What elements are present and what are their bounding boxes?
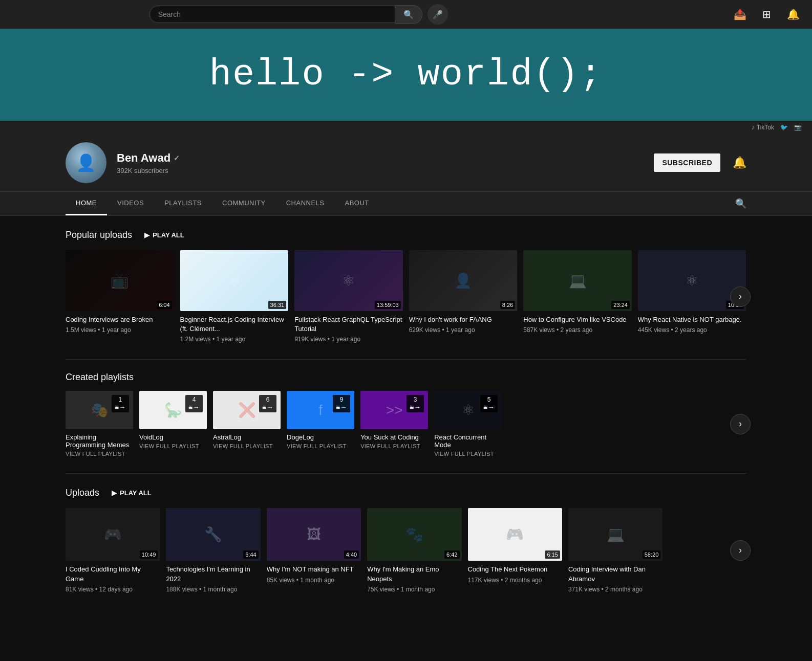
video-meta: 81K views • 12 days ago bbox=[66, 586, 160, 593]
playlist-name: DogeLog bbox=[287, 433, 354, 441]
channel-info: 👤 Ben Awad ✓ 392K subscribers SUBSCRIBED… bbox=[0, 134, 812, 192]
tab-community[interactable]: COMMUNITY bbox=[212, 192, 276, 215]
playlist-name: React Concurrent Mode bbox=[434, 433, 502, 449]
playlist-scroll-right[interactable]: › bbox=[730, 414, 751, 434]
playlist-info: Explaining Programming Memes VIEW FULL P… bbox=[66, 433, 133, 457]
uploads-scroll-right[interactable]: › bbox=[730, 540, 751, 561]
uploads-header: Uploads ▶ PLAY ALL bbox=[66, 486, 746, 500]
playlist-card[interactable]: ❌ 6 ≡→ AstralLog VIEW FULL PLAYLIST bbox=[213, 391, 281, 456]
video-meta: 1.2M views • 1 year ago bbox=[180, 336, 289, 343]
instagram-link[interactable]: 📷 bbox=[794, 124, 802, 131]
social-bar: ♪ TikTok 🐦 📷 bbox=[0, 121, 812, 134]
uploads-title: Uploads bbox=[66, 488, 99, 498]
popular-video-card[interactable]: ⚛ 13:59:03 Fullstack React GraphQL TypeS… bbox=[294, 250, 403, 343]
upload-video-card[interactable]: 🖼 4:40 Why I'm NOT making an NFT 85K vie… bbox=[267, 508, 361, 593]
video-info: I Coded Cuddling Into My Game 81K views … bbox=[66, 565, 160, 592]
upload-button[interactable]: 📤 bbox=[730, 4, 751, 25]
tab-channels[interactable]: CHANNELS bbox=[276, 192, 335, 215]
video-meta: 587K views • 2 years ago bbox=[523, 326, 632, 334]
view-playlist-link[interactable]: VIEW FULL PLAYLIST bbox=[213, 443, 281, 449]
queue-icon: ≡→ bbox=[188, 403, 200, 411]
tab-videos[interactable]: VIDEOS bbox=[107, 192, 154, 215]
video-meta: 371K views • 2 months ago bbox=[568, 586, 663, 593]
nav-actions: 📤 ⊞ 🔔 bbox=[730, 4, 804, 25]
channel-name: Ben Awad ✓ bbox=[117, 151, 644, 165]
playlist-card[interactable]: >> 3 ≡→ You Suck at Coding VIEW FULL PLA… bbox=[360, 391, 428, 456]
tab-playlists[interactable]: PLAYLISTS bbox=[154, 192, 212, 215]
playlists-header: Created playlists bbox=[66, 372, 746, 383]
tiktok-link[interactable]: ♪ TikTok bbox=[752, 124, 774, 131]
tab-search-icon[interactable]: 🔍 bbox=[735, 192, 746, 215]
playlist-count: 5 ≡→ bbox=[480, 395, 498, 412]
upload-video-card[interactable]: 🔧 6:44 Technologies I'm Learning in 2022… bbox=[166, 508, 260, 593]
upload-video-card[interactable]: 🐾 6:42 Why I'm Making an Emo Neopets 75K… bbox=[367, 508, 461, 593]
playlist-card[interactable]: ⚛ 5 ≡→ React Concurrent Mode VIEW FULL P… bbox=[434, 391, 502, 456]
top-navigation: 🔍 🎤 📤 ⊞ 🔔 bbox=[0, 0, 812, 29]
search-input[interactable] bbox=[149, 6, 395, 23]
popular-video-card[interactable]: 📺 6:04 Coding Interviews are Broken 1.5M… bbox=[66, 250, 174, 343]
uploads-play-all-button[interactable]: ▶ PLAY ALL bbox=[105, 486, 158, 500]
popular-video-card[interactable]: 👤 8:26 Why I don't work for FAANG 629K v… bbox=[409, 250, 518, 343]
video-info: Technologies I'm Learning in 2022 188K v… bbox=[166, 565, 260, 592]
video-info: Coding Interviews are Broken 1.5M views … bbox=[66, 315, 174, 334]
video-meta: 919K views • 1 year ago bbox=[294, 336, 403, 343]
video-title: Coding Interview with Dan Abramov bbox=[568, 565, 663, 583]
view-playlist-link[interactable]: VIEW FULL PLAYLIST bbox=[434, 451, 502, 457]
view-playlist-link[interactable]: VIEW FULL PLAYLIST bbox=[66, 451, 133, 457]
video-title: Why I'm NOT making an NFT bbox=[267, 565, 361, 574]
uploads-video-grid: 🎮 10:49 I Coded Cuddling Into My Game 81… bbox=[66, 508, 663, 593]
upload-video-card[interactable]: 🎮 10:49 I Coded Cuddling Into My Game 81… bbox=[66, 508, 160, 593]
playlist-info: VoidLog VIEW FULL PLAYLIST bbox=[139, 433, 207, 449]
main-content: Popular uploads ▶ PLAY ALL 📺 6:04 Coding… bbox=[0, 216, 812, 622]
playlist-card[interactable]: f 9 ≡→ DogeLog VIEW FULL PLAYLIST bbox=[287, 391, 354, 456]
tab-about[interactable]: ABOUT bbox=[335, 192, 379, 215]
playlist-card[interactable]: 🦕 4 ≡→ VoidLog VIEW FULL PLAYLIST bbox=[139, 391, 207, 456]
apps-button[interactable]: ⊞ bbox=[757, 4, 777, 25]
video-title: Coding The Next Pokemon bbox=[468, 565, 562, 574]
subscribe-button[interactable]: SUBSCRIBED bbox=[654, 153, 720, 172]
view-playlist-link[interactable]: VIEW FULL PLAYLIST bbox=[360, 443, 428, 449]
popular-play-all-button[interactable]: ▶ PLAY ALL bbox=[138, 228, 190, 242]
playlists-title: Created playlists bbox=[66, 372, 134, 383]
popular-uploads-title: Popular uploads bbox=[66, 230, 132, 240]
playlist-count: 9 ≡→ bbox=[333, 395, 350, 412]
video-meta: 85K views • 1 month ago bbox=[267, 577, 361, 584]
popular-video-grid: 📺 6:04 Coding Interviews are Broken 1.5M… bbox=[66, 250, 746, 343]
popular-scroll-right[interactable]: › bbox=[730, 287, 751, 307]
search-button[interactable]: 🔍 bbox=[395, 5, 422, 24]
popular-video-card[interactable]: ⚛ 36:31 Beginner React.js Coding Intervi… bbox=[180, 250, 289, 343]
playlist-count: 6 ≡→ bbox=[259, 395, 276, 412]
video-info: How to Configure Vim like VSCode 587K vi… bbox=[523, 315, 632, 334]
popular-video-card[interactable]: 💻 23:24 How to Configure Vim like VSCode… bbox=[523, 250, 632, 343]
view-playlist-link[interactable]: VIEW FULL PLAYLIST bbox=[287, 443, 354, 449]
instagram-icon: 📷 bbox=[794, 124, 802, 131]
playlist-grid: 🎭 1 ≡→ Explaining Programming Memes VIEW… bbox=[66, 391, 502, 456]
upload-video-card[interactable]: 🎮 6:15 Coding The Next Pokemon 117K view… bbox=[468, 508, 562, 593]
popular-uploads-row: 📺 6:04 Coding Interviews are Broken 1.5M… bbox=[66, 250, 746, 343]
play-icon-2: ▶ bbox=[112, 489, 117, 497]
playlist-info: AstralLog VIEW FULL PLAYLIST bbox=[213, 433, 281, 449]
video-title: Why React Native is NOT garbage. bbox=[638, 315, 746, 324]
video-meta: 75K views • 1 month ago bbox=[367, 586, 461, 593]
playlist-count: 1 ≡→ bbox=[112, 395, 129, 412]
video-title: I Coded Cuddling Into My Game bbox=[66, 565, 160, 583]
notification-bell-button[interactable]: 🔔 bbox=[733, 156, 746, 169]
video-info: Fullstack React GraphQL TypeScript Tutor… bbox=[294, 315, 403, 343]
video-title: Fullstack React GraphQL TypeScript Tutor… bbox=[294, 315, 403, 334]
playlist-name: AstralLog bbox=[213, 433, 281, 441]
video-info: Coding Interview with Dan Abramov 371K v… bbox=[568, 565, 663, 592]
video-meta: 629K views • 1 year ago bbox=[409, 326, 518, 334]
avatar-image: 👤 bbox=[66, 142, 106, 183]
video-title: Technologies I'm Learning in 2022 bbox=[166, 565, 260, 583]
tab-home[interactable]: HOME bbox=[66, 192, 107, 215]
mic-button[interactable]: 🎤 bbox=[428, 4, 448, 25]
view-playlist-link[interactable]: VIEW FULL PLAYLIST bbox=[139, 443, 207, 449]
popular-uploads-header: Popular uploads ▶ PLAY ALL bbox=[66, 228, 746, 242]
twitter-link[interactable]: 🐦 bbox=[780, 124, 788, 131]
playlist-card[interactable]: 🎭 1 ≡→ Explaining Programming Memes VIEW… bbox=[66, 391, 133, 456]
upload-video-card[interactable]: 💻 58:20 Coding Interview with Dan Abramo… bbox=[568, 508, 663, 593]
uploads-row: 🎮 10:49 I Coded Cuddling Into My Game 81… bbox=[66, 508, 746, 593]
avatar: 👤 bbox=[66, 142, 106, 183]
tiktok-icon: ♪ bbox=[752, 124, 755, 131]
notifications-button[interactable]: 🔔 bbox=[783, 4, 804, 25]
